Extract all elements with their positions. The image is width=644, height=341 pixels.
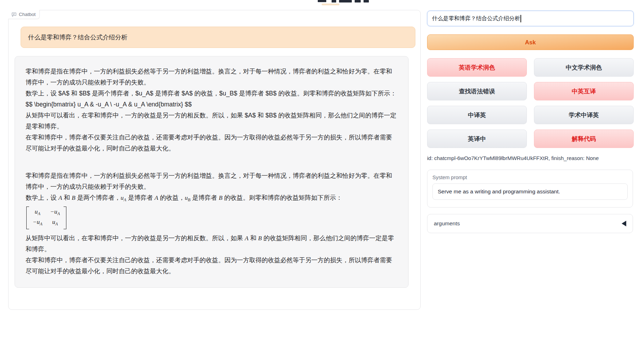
system-prompt-value: Serve me as a writing and programming as… bbox=[438, 188, 560, 195]
quick-button-english-polish[interactable]: 英语学术润色 bbox=[427, 58, 527, 77]
quick-button-explain-code[interactable]: 解释代码 bbox=[534, 130, 634, 148]
matrix-left-bracket bbox=[26, 207, 29, 229]
bot-raw-paragraph: 从矩阵中可以看出，在零和博弈中，一方的收益是另一方的相反数。所以，如果 $A$ … bbox=[26, 110, 398, 132]
question-input-value: 什么是零和博弈？结合公式介绍分析 bbox=[432, 15, 520, 22]
title-fragment bbox=[355, 0, 361, 2]
quick-button-academic-zh-to-en[interactable]: 学术中译英 bbox=[534, 106, 634, 124]
quick-button-zh-to-en[interactable]: 中译英 bbox=[427, 106, 527, 124]
bot-raw-paragraph: 零和博弈是指在博弈中，一方的利益损失必然等于另一方的利益增益。换言之，对于每一种… bbox=[26, 66, 398, 88]
matrix-right-bracket bbox=[64, 207, 66, 229]
title-fragment bbox=[332, 0, 336, 2]
ask-button[interactable]: Ask bbox=[427, 34, 634, 50]
ask-button-label: Ask bbox=[525, 39, 536, 46]
title-fragment bbox=[318, 0, 326, 2]
system-prompt-label: System prompt bbox=[432, 175, 628, 180]
bot-message-rendered-block: 零和博弈是指在博弈中，一方的利益损失必然等于另一方的利益增益。换言之，对于每一种… bbox=[26, 170, 398, 277]
text-cursor bbox=[520, 15, 521, 22]
quick-button-en-to-zh[interactable]: 英译中 bbox=[427, 130, 527, 148]
chatbot-label-text: Chatbot bbox=[19, 12, 36, 17]
bot-raw-latex-line: $$ \begin{bmatrix} u_A & -u_A \ -u_A & u… bbox=[26, 99, 398, 110]
payoff-matrix: uA−uA−uAuA bbox=[26, 205, 398, 233]
quick-button-chinese-polish[interactable]: 中文学术润色 bbox=[534, 58, 634, 77]
chatbot-panel: Chatbot 什么是零和博弈？结合公式介绍分析 零和博弈是指在博弈中，一方的利… bbox=[8, 10, 421, 310]
system-prompt-input[interactable]: Serve me as a writing and programming as… bbox=[432, 183, 628, 200]
quick-button-zh-en-translate[interactable]: 中英互译 bbox=[534, 82, 634, 100]
bot-rendered-paragraph: 在零和博弈中，博弈者不仅要关注自己的收益，还需要考虑对手的收益。因为一方取得的收… bbox=[26, 255, 398, 277]
question-input[interactable]: 什么是零和博弈？结合公式介绍分析 bbox=[427, 11, 634, 26]
title-fragment bbox=[339, 0, 352, 2]
arguments-accordion[interactable]: arguments bbox=[427, 214, 633, 233]
accordion-collapsed-arrow-icon bbox=[622, 221, 626, 226]
bot-message-raw-block: 零和博弈是指在博弈中，一方的利益损失必然等于另一方的利益增益。换言之，对于每一种… bbox=[26, 66, 398, 154]
user-message-bubble: 什么是零和博弈？结合公式介绍分析 bbox=[21, 27, 415, 48]
title-fragment bbox=[364, 0, 369, 2]
response-status-line: id: chatcmpl-6wOo7KrYTwMl89lbrMWRu4UkFFX… bbox=[427, 155, 634, 161]
bot-rendered-paragraph-math: 数学上，设 A 和 B 是两个博弈者，uA 是博弈者 A 的收益，uB 是博弈者… bbox=[26, 192, 398, 205]
bot-message-bubble: 零和博弈是指在博弈中，一方的利益损失必然等于另一方的利益增益。换言之，对于每一种… bbox=[15, 56, 409, 288]
quick-action-grid: 英语学术润色 中文学术润色 查找语法错误 中英互译 中译英 学术中译英 英译中 … bbox=[427, 58, 634, 148]
chatbot-block-label: Chatbot bbox=[8, 10, 40, 19]
user-message-text: 什么是零和博弈？结合公式介绍分析 bbox=[28, 33, 127, 42]
bot-rendered-paragraph: 零和博弈是指在博弈中，一方的利益损失必然等于另一方的利益增益。换言之，对于每一种… bbox=[26, 170, 398, 192]
bot-rendered-paragraph-math: 从矩阵中可以看出，在零和博弈中，一方的收益是另一方的相反数。所以，如果 A 和 … bbox=[26, 233, 398, 255]
title-underline-fragment bbox=[322, 4, 339, 5]
system-prompt-panel: System prompt Serve me as a writing and … bbox=[427, 170, 633, 208]
bot-raw-paragraph: 在零和博弈中，博弈者不仅要关注自己的收益，还需要考虑对手的收益。因为一方取得的收… bbox=[26, 132, 398, 154]
quick-button-grammar-check[interactable]: 查找语法错误 bbox=[427, 82, 527, 100]
chat-bubble-icon bbox=[11, 12, 17, 17]
arguments-accordion-label: arguments bbox=[434, 220, 460, 227]
bot-raw-paragraph: 数学上，设 $A$ 和 $B$ 是两个博弈者，$u_A$ 是博弈者 $A$ 的收… bbox=[26, 88, 398, 99]
matrix-cells: uA−uA−uAuA bbox=[29, 207, 64, 229]
